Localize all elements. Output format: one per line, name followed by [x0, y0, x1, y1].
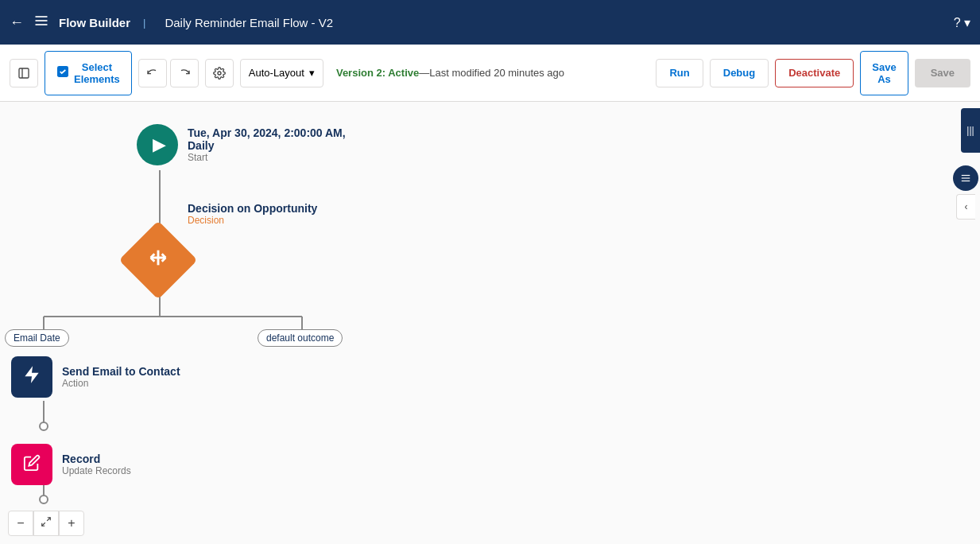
debug-button[interactable]: Debug	[710, 59, 769, 87]
record-label: Record Update Records	[62, 453, 131, 476]
email-date-text: Email Date	[14, 332, 60, 344]
back-button[interactable]: ←	[10, 14, 24, 31]
action-node[interactable]: Send Email to Contact Action	[11, 356, 180, 398]
flow-canvas: ▶ Tue, Apr 30, 2024, 2:00:00 AM, Daily S…	[0, 102, 980, 544]
svg-rect-3	[19, 68, 29, 78]
record-type: Update Records	[62, 465, 131, 476]
zoom-out-button[interactable]: −	[8, 511, 33, 536]
auto-layout-chevron: ▾	[309, 67, 315, 79]
start-icon[interactable]: ▶	[137, 124, 178, 165]
svg-line-27	[42, 523, 45, 526]
decision-type: Decision	[188, 215, 317, 226]
zoom-fit-button[interactable]	[33, 511, 59, 536]
save-button[interactable]: Save	[915, 59, 970, 87]
flow-builder-icon	[33, 13, 49, 33]
toggle-sidebar-button[interactable]	[10, 59, 38, 87]
save-as-bottom: As	[877, 73, 891, 85]
auto-layout-label: Auto-Layout	[249, 67, 304, 79]
save-as-top: Save	[872, 61, 896, 73]
plus-icon: +	[68, 516, 75, 530]
run-button[interactable]: Run	[656, 59, 703, 87]
navbar: ← Flow Builder | Daily Reminder Email Fl…	[0, 0, 980, 45]
pencil-icon	[23, 454, 41, 476]
action-label: Send Email to Contact Action	[62, 365, 180, 389]
svg-point-6	[218, 72, 221, 75]
start-type: Start	[188, 152, 346, 163]
lightning-icon	[21, 364, 42, 390]
decision-label: Decision on Opportunity Decision	[188, 202, 317, 226]
help-icon[interactable]: ? ▾	[954, 15, 970, 30]
right-panel-icon: |||	[966, 125, 974, 136]
record-title: Record	[62, 453, 131, 465]
select-elements-button[interactable]: Select Elements	[45, 51, 132, 95]
start-node[interactable]: ▶ Tue, Apr 30, 2024, 2:00:00 AM, Daily S…	[137, 124, 346, 165]
minus-icon: −	[17, 516, 24, 530]
flow-name: Daily Reminder Email Flow - V2	[165, 16, 333, 29]
select-label-top: Select	[82, 61, 112, 73]
mini-panel-button[interactable]	[953, 165, 978, 191]
decision-diamond[interactable]	[119, 221, 198, 300]
decision-node[interactable]: Decision on Opportunity Decision	[130, 232, 186, 288]
branch-left-label[interactable]: Email Date	[5, 329, 69, 347]
deactivate-button[interactable]: Deactivate	[775, 59, 854, 87]
decision-icon	[147, 247, 169, 274]
zoom-in-button[interactable]: +	[59, 511, 84, 536]
branch-right-label[interactable]: default outcome	[258, 329, 343, 347]
action-title: Send Email to Contact	[62, 365, 180, 378]
toolbar: Select Elements Auto-Layout ▾ Version 2:…	[0, 45, 980, 102]
record-update-node[interactable]: Record Update Records	[11, 444, 131, 485]
svg-marker-25	[25, 366, 38, 383]
back-arrow-icon: ←	[10, 14, 24, 31]
redo-button[interactable]	[170, 59, 199, 87]
action-type: Action	[62, 378, 180, 389]
start-title: Tue, Apr 30, 2024, 2:00:00 AM, Daily	[188, 126, 346, 152]
auto-layout-button[interactable]: Auto-Layout ▾	[240, 59, 323, 87]
play-icon: ▶	[153, 134, 166, 155]
svg-point-18	[40, 495, 48, 503]
expand-icon	[41, 516, 52, 530]
check-icon	[56, 65, 69, 81]
app-title: Flow Builder	[59, 16, 130, 29]
mini-panel-chevron[interactable]: ‹	[956, 194, 975, 220]
save-as-button[interactable]: Save As	[860, 51, 908, 95]
action-icon[interactable]	[11, 356, 52, 398]
flow-connectors	[0, 102, 980, 544]
settings-button[interactable]	[205, 59, 234, 87]
svg-point-16	[40, 422, 48, 430]
undo-redo-group	[138, 59, 199, 87]
version-info: Version 2: Active—Last modified 20 minut…	[336, 67, 650, 79]
decision-title: Decision on Opportunity	[188, 202, 317, 215]
record-icon[interactable]	[11, 444, 52, 485]
zoom-controls: − +	[8, 511, 84, 536]
start-label: Tue, Apr 30, 2024, 2:00:00 AM, Daily Sta…	[188, 126, 346, 163]
select-label-bottom: Elements	[74, 73, 120, 85]
default-outcome-text: default outcome	[266, 332, 334, 344]
right-panel-toggle[interactable]: |||	[961, 108, 980, 153]
right-mini-panel: ‹	[951, 165, 980, 220]
svg-line-26	[47, 518, 50, 521]
undo-button[interactable]	[138, 59, 167, 87]
active-indicator: Version 2: Active	[336, 67, 419, 79]
